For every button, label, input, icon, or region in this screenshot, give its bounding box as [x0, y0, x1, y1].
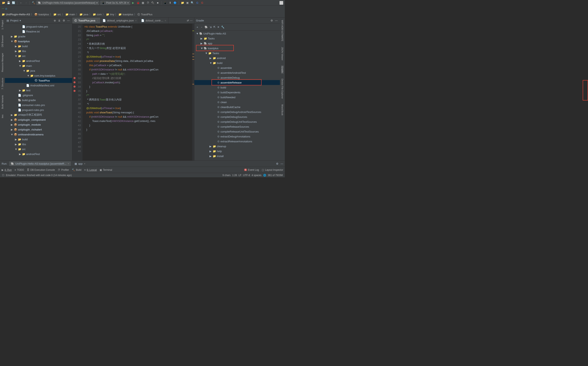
gradle-item[interactable]: ▶📁 cleanup — [194, 144, 280, 149]
crumb-8[interactable]: Ⓒ ToastPlus — [137, 13, 152, 16]
right-rail-2[interactable]: Gradle — [281, 65, 284, 74]
left-rail-5[interactable]: ites — [1, 114, 4, 119]
profiler-tab[interactable]: ⏱ Profiler — [58, 168, 69, 171]
status-pos[interactable]: 1:26 — [232, 174, 237, 177]
gradle-item[interactable]: ▼🐘 toastplus — [194, 46, 280, 51]
build-icon[interactable]: 🔨 — [31, 1, 36, 5]
crumb-6[interactable]: 📁 lmy — [106, 13, 114, 16]
code-text[interactable]: >lic class ToastPlus extends UniModule {… — [83, 24, 192, 160]
tree-item[interactable]: ▼📁com.lmy.toastplus — [5, 73, 72, 78]
gradle-item[interactable]: ⚙ compileDebugSources — [194, 114, 280, 119]
run-gear-icon[interactable]: ⚙ — [276, 162, 279, 165]
tree-item[interactable]: ▶📁androidTest — [5, 152, 72, 156]
expand-icon[interactable]: ⇲ — [210, 25, 212, 29]
crumb-5[interactable]: 📁 com — [93, 13, 102, 16]
tree-item[interactable]: 🐘build.gradle — [5, 98, 72, 103]
tree-item[interactable]: ▶📦uniplugin_richalert — [5, 127, 72, 132]
gradle-item[interactable]: ▼🐘 UniPlugin-Hello-AS — [194, 31, 280, 36]
profile-icon[interactable]: ⏱ — [146, 1, 150, 5]
left-rail-2[interactable]: Resource Manager — [1, 52, 4, 73]
gradle-minimize-icon[interactable]: — — [275, 19, 278, 22]
tree-item[interactable]: 📄proguard-rules.pro — [5, 24, 72, 29]
tree-item[interactable]: ▼📁src — [5, 147, 72, 152]
avd-icon[interactable]: 📱 — [163, 1, 167, 5]
tree-item[interactable]: ▼📦unitoandroidcamera — [5, 132, 72, 137]
tree-item[interactable]: ▶📁test — [5, 88, 72, 93]
tree-item[interactable]: 📄consumer-rules.pro — [5, 103, 72, 107]
left-rail-3[interactable]: 7: Structure — [1, 77, 4, 90]
tree-item[interactable]: ▼📁java — [5, 68, 72, 73]
run-tab[interactable]: ▶ 4: Run — [2, 168, 12, 171]
tree-item[interactable]: 📄proguard-rules.pro — [5, 107, 72, 112]
minus-icon[interactable]: － — [200, 25, 203, 29]
minimize-icon[interactable]: — — [67, 19, 70, 22]
tree-item[interactable]: ▶📁libs — [5, 49, 72, 53]
crumb-2[interactable]: 📁 src — [53, 13, 61, 16]
gradle-item[interactable]: ⚙ assemble — [194, 65, 280, 70]
gradle-tree[interactable]: ▼🐘 UniPlugin-Hello-AS▶📁 Tasks▶🐘 app▼🐘 to… — [194, 31, 280, 160]
crumb-7[interactable]: 📁 toastplus — [118, 13, 133, 16]
back-icon[interactable]: ← — [19, 1, 23, 5]
layout-inspector-tab[interactable]: ▢ Layout Inspector — [262, 168, 283, 171]
event-log-tab[interactable]: 5 Event Log — [244, 168, 259, 171]
gradle-item[interactable]: ⚙ assembleDebug — [194, 75, 280, 80]
right-rail-0[interactable]: WIFI ADB ULTIMATE — [281, 19, 284, 42]
tree-item[interactable]: ▶📂build — [5, 137, 72, 142]
tree-item[interactable]: ▼📦toastplus — [5, 39, 72, 44]
tree-item[interactable]: ▶📁androidTest — [5, 58, 72, 63]
gradle-item[interactable]: ⚙ compileReleaseUnitTestSources — [194, 129, 280, 134]
tree-item[interactable]: 📄Readme.txt — [5, 29, 72, 34]
wrench-icon[interactable]: 🔧 — [221, 25, 224, 29]
editor-tab[interactable]: 📄dcloud_uniplugins.json× — [100, 18, 139, 23]
run-tab-1[interactable]: ▦ app × — [73, 161, 87, 166]
gradle-item[interactable]: ⚙ assembleAndroidTest — [194, 70, 280, 75]
stop-icon[interactable]: ■ — [156, 1, 160, 5]
gradle-item[interactable]: ⚙ compileDebugUnitTestSources — [194, 119, 280, 124]
status-indent[interactable]: 4 spaces — [252, 174, 262, 177]
gradle-item[interactable]: ⚙ compileReleaseSources — [194, 124, 280, 129]
collapse-icon[interactable]: ⇊ — [58, 19, 61, 22]
crumb-3[interactable]: 📁 main — [65, 13, 75, 16]
forward-icon[interactable]: → — [24, 1, 28, 5]
plus-icon[interactable]: ＋ — [196, 25, 199, 29]
editor-tab[interactable]: 📄dcloud_contr…× — [139, 18, 169, 23]
tree-item[interactable]: 📄AndroidManifest.xml — [5, 83, 72, 88]
left-rail-1[interactable]: DB Browser — [1, 34, 4, 48]
attach-debugger-icon[interactable]: 🔌 — [151, 1, 155, 5]
open-icon[interactable]: 📂 — [2, 1, 6, 5]
tree-item[interactable]: ▶📁gradle — [5, 34, 72, 39]
crumb-0[interactable]: 📁 UniPlugin-Hello-AS — [2, 13, 30, 16]
coverage-icon[interactable]: ▦ — [141, 1, 145, 5]
status-enc[interactable]: UTF-8 — [243, 174, 250, 177]
status-lf[interactable]: LF — [239, 174, 241, 177]
run-config-combo[interactable]: 🐘UniPlugin-Hello-AS:toastplus [assembleR… — [36, 1, 99, 5]
search-icon[interactable]: 🔍 — [190, 1, 194, 5]
db-tab[interactable]: 🗄 DB Execution Console — [27, 168, 55, 171]
project-structure-icon[interactable]: 📁 — [181, 1, 185, 5]
gradle-item[interactable]: ⚙ buildDependents — [194, 90, 280, 95]
sync-icon[interactable]: 🔄 — [11, 1, 15, 5]
code-area[interactable]: 2021222324252627282930313233343536373839… — [72, 24, 194, 160]
build-tab[interactable]: 🔨 Build — [72, 168, 82, 171]
assistant-icon[interactable]: ▣ — [185, 1, 189, 5]
gradle-item[interactable]: ⚙ extractDebugAnnotations — [194, 134, 280, 139]
save-icon[interactable]: 💾 — [7, 1, 11, 5]
tree-item[interactable]: ▼📁main — [5, 63, 72, 68]
right-rail-3[interactable]: Device File Explorer — [281, 78, 284, 99]
collapse2-icon[interactable]: ⇱ — [213, 25, 216, 29]
editor-tab[interactable]: ⒸToastPlus.java× — [72, 18, 100, 23]
gradle-item[interactable]: ▶📁 android — [194, 56, 280, 61]
crumb-1[interactable]: 📦 toastplus — [34, 13, 49, 16]
gradle-item[interactable]: ▶📁 Tasks — [194, 36, 280, 41]
gradle-item[interactable]: ▼📁 Tasks — [194, 51, 280, 56]
google-icon[interactable]: G — [195, 1, 199, 5]
run-tab-0[interactable]: 🐘 UniPlugin-Hello-AS:toastplus [assemble… — [9, 161, 71, 166]
tree-item[interactable]: ▶📁libs — [5, 142, 72, 147]
tree-item[interactable]: ▼📁src — [5, 53, 72, 58]
right-rail-4[interactable]: Word Book — [281, 104, 284, 116]
tree-item[interactable]: ▶📦uniplugin_module — [5, 122, 72, 127]
minimap[interactable] — [192, 24, 194, 160]
resource-icon[interactable]: 🔷 — [173, 1, 177, 5]
target-icon[interactable]: ⊕ — [54, 19, 57, 22]
terminal-tab[interactable]: ▣ Terminal — [100, 168, 112, 171]
